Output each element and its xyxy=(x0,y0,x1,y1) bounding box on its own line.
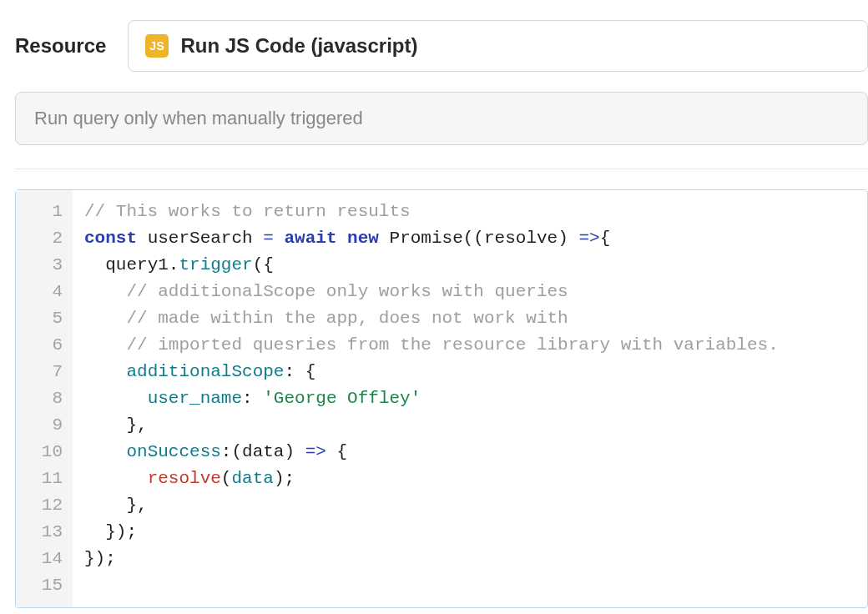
line-number: 4 xyxy=(16,279,63,305)
code-line[interactable]: // This works to return results xyxy=(84,199,779,225)
code-line[interactable]: user_name: 'George Offley' xyxy=(84,385,779,412)
line-number: 7 xyxy=(16,359,63,385)
js-icon: JS xyxy=(145,34,169,58)
code-line[interactable]: const userSearch = await new Promise((re… xyxy=(84,225,779,252)
trigger-mode-select[interactable]: Run query only when manually triggered xyxy=(15,92,868,145)
code-line[interactable]: // additionalScope only works with queri… xyxy=(84,279,779,305)
code-line[interactable]: }, xyxy=(84,492,779,519)
code-line[interactable]: // made within the app, does not work wi… xyxy=(84,305,779,332)
line-number: 1 xyxy=(16,199,63,225)
line-number: 9 xyxy=(16,412,63,439)
editor-code-area[interactable]: // This works to return resultsconst use… xyxy=(73,190,779,607)
code-line[interactable]: resolve(data); xyxy=(84,466,779,492)
section-divider xyxy=(15,169,868,169)
line-number: 6 xyxy=(16,332,63,359)
resource-select-text: Run JS Code (javascript) xyxy=(180,34,417,58)
line-number: 14 xyxy=(16,546,63,572)
line-number: 8 xyxy=(16,385,63,412)
code-line[interactable]: query1.trigger({ xyxy=(84,252,779,279)
code-line[interactable]: // imported quesries from the resource l… xyxy=(84,332,779,359)
resource-select[interactable]: JS Run JS Code (javascript) xyxy=(128,20,868,72)
resource-label: Resource xyxy=(15,34,106,58)
line-number: 11 xyxy=(16,466,63,492)
line-number: 12 xyxy=(16,492,63,519)
line-number: 3 xyxy=(16,252,63,279)
code-line[interactable]: }, xyxy=(84,412,779,439)
code-line[interactable]: }); xyxy=(84,519,779,546)
code-line[interactable] xyxy=(84,572,779,599)
code-line[interactable]: onSuccess:(data) => { xyxy=(84,439,779,466)
line-number: 10 xyxy=(16,439,63,466)
code-line[interactable]: }); xyxy=(84,546,779,572)
trigger-mode-text: Run query only when manually triggered xyxy=(34,108,849,129)
line-number: 2 xyxy=(16,225,63,252)
line-number: 15 xyxy=(16,572,63,599)
resource-header-row: Resource JS Run JS Code (javascript) xyxy=(0,0,868,92)
code-line[interactable]: additionalScope: { xyxy=(84,359,779,385)
line-number: 13 xyxy=(16,519,63,546)
editor-gutter: 123456789101112131415 xyxy=(16,190,73,607)
code-editor[interactable]: 123456789101112131415 // This works to r… xyxy=(15,189,868,608)
line-number: 5 xyxy=(16,305,63,332)
